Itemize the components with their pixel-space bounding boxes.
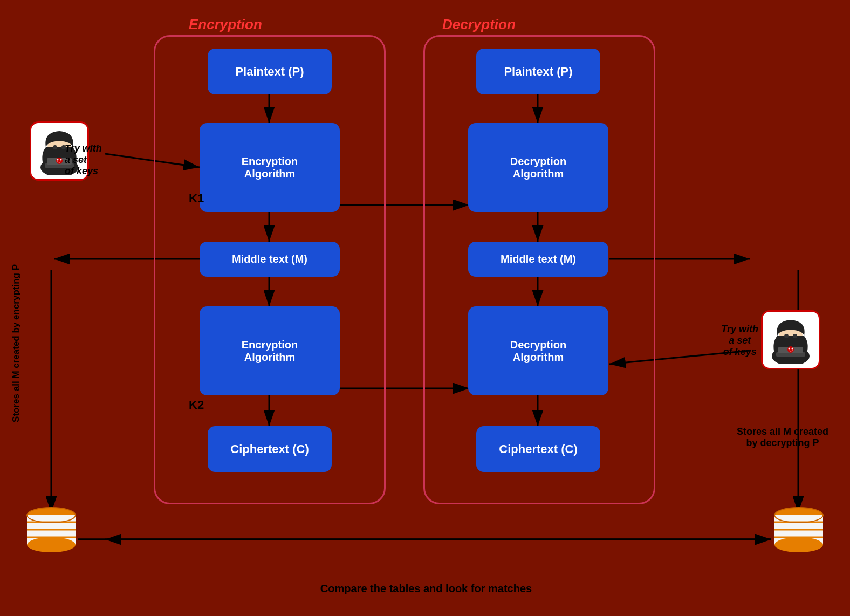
svg-point-38 (792, 348, 793, 350)
svg-point-33 (793, 334, 797, 338)
dec-middletext-box: Middle text (M) (468, 242, 608, 277)
svg-point-23 (53, 145, 57, 149)
stores-left-label: Stores all M created by encrypting P (11, 264, 22, 422)
svg-point-48 (774, 537, 823, 552)
k2-label: K2 (189, 398, 204, 412)
left-db-svg (24, 507, 78, 556)
diagram-container: Encryption Decryption Plaintext (P) Encr… (0, 0, 850, 616)
svg-point-27 (56, 158, 63, 164)
right-db-svg (772, 507, 826, 556)
enc-ciphertext-box: Ciphertext (C) (208, 426, 332, 472)
svg-point-32 (784, 334, 789, 338)
enc-middletext-box: Middle text (M) (200, 242, 340, 277)
svg-point-29 (60, 159, 62, 161)
right-hacker-icon (761, 310, 820, 369)
enc-plaintext-box: Plaintext (P) (208, 49, 332, 94)
try-keys-left-label: Try with a set of keys (65, 143, 102, 177)
left-database-icon (24, 507, 78, 550)
svg-point-28 (57, 159, 59, 161)
svg-point-36 (787, 346, 794, 353)
try-keys-right-label: Try with a set of keys (721, 324, 758, 358)
compare-label: Compare the tables and look for matches (216, 583, 636, 595)
k1-label: K1 (189, 191, 204, 206)
enc-algorithm1-box: Encryption Algorithm (200, 123, 340, 212)
svg-point-41 (27, 537, 76, 552)
dec-algorithm1-box: Decryption Algorithm (468, 123, 608, 212)
encryption-section-label: Encryption (189, 16, 262, 33)
right-database-icon (772, 507, 826, 550)
right-hacker-svg (766, 316, 815, 364)
dec-algorithm2-box: Decryption Algorithm (468, 306, 608, 395)
dec-ciphertext-box: Ciphertext (C) (476, 426, 600, 472)
dec-plaintext-box: Plaintext (P) (476, 49, 600, 94)
decryption-section-label: Decryption (442, 16, 516, 33)
enc-algorithm2-box: Encryption Algorithm (200, 306, 340, 395)
stores-right-label: Stores all M created by decrypting P (737, 426, 828, 449)
svg-point-37 (789, 348, 790, 350)
